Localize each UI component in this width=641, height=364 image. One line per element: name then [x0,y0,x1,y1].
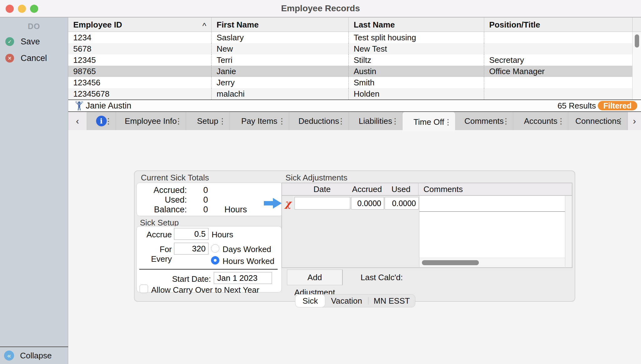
tab-scroll-left-button[interactable]: ‹ [68,112,87,130]
tab-pay-items[interactable]: Pay Items⋮ [230,112,289,130]
employee-table-rows: 1234SaslaryTest split housing5678NewNew … [68,32,632,99]
menu-dots-icon[interactable]: ⋮ [617,117,624,126]
record-name: Janie Austin [86,100,131,111]
tab-info[interactable]: i⋮ [87,112,116,130]
menu-dots-icon[interactable]: ⋮ [391,117,399,126]
tab-setup[interactable]: Setup⋮ [186,112,230,130]
radio-days-worked[interactable] [211,244,219,253]
sort-ascending-icon: ^ [203,19,206,33]
vertical-scrollbar-thumb[interactable] [635,34,639,48]
tab-liabilities[interactable]: Liabilities⋮ [349,112,403,130]
for-every-input[interactable] [174,243,208,255]
tab-employee-info[interactable]: Employee Info⋮ [116,112,186,130]
table-row[interactable]: 12345TerriStiltzSecretary [68,54,632,66]
adjustment-accrued-input[interactable] [351,197,384,210]
tab-label: Deductions [298,116,339,126]
totals-label: Used: [137,195,187,205]
subtab-sick[interactable]: Sick [295,295,325,307]
for-every-label: For Every [137,245,172,264]
table-vertical-scrollbar[interactable] [632,32,641,99]
menu-dots-icon[interactable]: ⋮ [444,118,452,127]
column-header-last-name[interactable]: Last Name [348,18,484,32]
column-header-label: Last Name [354,20,395,29]
cell-employee-id: 1234 [68,32,211,43]
menu-dots-icon[interactable]: ⋮ [557,117,565,126]
cell-position-title: Office Manager [484,66,632,77]
menu-dots-icon[interactable]: ⋮ [502,117,510,126]
cell-first-name: Saslary [211,32,348,43]
radio-days-worked-label: Days Worked [223,245,271,254]
menu-dots-icon[interactable]: ⋮ [278,117,286,126]
cell-position-title [484,88,632,99]
add-adjustment-button[interactable]: Add Adjustment [287,270,343,285]
sick-adjustments-table: Date Accrued Used Comments χ [281,183,572,268]
cancel-button[interactable]: ✕ Cancel [5,54,47,63]
subtab-mn-esst[interactable]: MN ESST [368,295,415,307]
radio-hours-worked[interactable] [211,256,219,265]
collapse-button[interactable]: « Collapse [0,346,68,364]
totals-suffix [224,185,283,195]
time-off-panel: Current Sick Totals Accrued:0Used:0Balan… [134,170,575,302]
table-row[interactable]: 5678NewNew Test [68,43,632,54]
accrue-label: Accrue [137,230,172,240]
table-header-corner [632,18,641,32]
horizontal-scrollbar-thumb[interactable] [422,260,479,265]
table-row[interactable]: 1234SaslaryTest split housing [68,32,632,43]
column-header-position-title[interactable]: Position/Title [484,18,632,32]
save-label: Save [21,37,40,47]
cell-position-title: Secretary [484,54,632,66]
subtab-vacation[interactable]: Vacation [325,295,368,307]
tab-accounts[interactable]: Accounts⋮ [513,112,568,130]
table-row[interactable]: 98765JanieAustinOffice Manager [68,66,632,77]
carry-over-label: Allow Carry Over to Next Year [151,285,259,295]
adj-column-used: Used [384,183,418,195]
tab-label: Comments [464,116,504,126]
time-off-subtabs: SickVacationMN ESST [295,294,415,307]
adjustment-comments-field[interactable] [419,196,565,258]
accrue-input[interactable] [174,228,208,240]
save-button[interactable]: ✓ Save [5,37,40,46]
totals-row: Accrued:0 [137,185,283,195]
totals-value: 0 [187,205,224,215]
tab-label: Employee Info [125,116,177,126]
tab-deductions[interactable]: Deductions⋮ [289,112,349,130]
cell-employee-id: 98765 [68,66,211,77]
menu-dots-icon[interactable]: ⋮ [175,117,182,126]
cell-last-name: Austin [348,66,484,77]
delete-adjustment-icon: χ [285,198,291,209]
horizontal-scrollbar[interactable] [419,258,565,267]
menu-dots-icon[interactable]: ⋮ [337,117,345,126]
annotation-arrow [264,201,274,205]
column-header-first-name[interactable]: First Name [211,18,348,32]
adjustment-used-input[interactable] [385,197,419,210]
adjustment-date-input[interactable] [295,197,350,210]
delete-adjustment-button[interactable]: χ [282,196,294,211]
cell-last-name: Smith [348,77,484,88]
start-date-input[interactable] [214,272,272,284]
cell-position-title [484,77,632,88]
carry-over-checkbox[interactable] [140,285,148,293]
start-date-label: Start Date: [137,274,211,284]
totals-value: 0 [187,185,224,195]
tab-label: Liabilities [359,116,392,126]
menu-dots-icon[interactable]: ⋮ [218,117,226,126]
tab-scroll-right-button[interactable]: › [628,112,641,130]
record-bar: Janie Austin 65 Results Filtered [68,100,641,111]
cell-employee-id: 12345 [68,54,211,66]
table-row[interactable]: 12345678malachiHolden [68,88,632,99]
collapse-chevrons-icon: « [4,351,14,361]
filtered-badge[interactable]: Filtered [598,101,637,110]
tab-time-off[interactable]: Time Off⋮ [403,112,455,132]
tab-comments[interactable]: Comments⋮ [455,112,513,130]
cell-last-name: Stiltz [348,54,484,66]
column-header-label: Employee ID [73,20,122,29]
column-header-employee-id[interactable]: Employee ID^ [68,18,211,32]
totals-row: Used:0 [137,195,283,205]
table-row[interactable]: 123456JerrySmith [68,77,632,88]
adjustments-header-spacer [282,183,294,195]
tab-connections[interactable]: Connections⋮ [568,112,628,130]
cell-first-name: Terri [211,54,348,66]
accrue-unit-label: Hours [212,230,233,240]
column-header-label: Position/Title [489,20,540,29]
menu-dots-icon[interactable]: ⋮ [105,117,112,126]
